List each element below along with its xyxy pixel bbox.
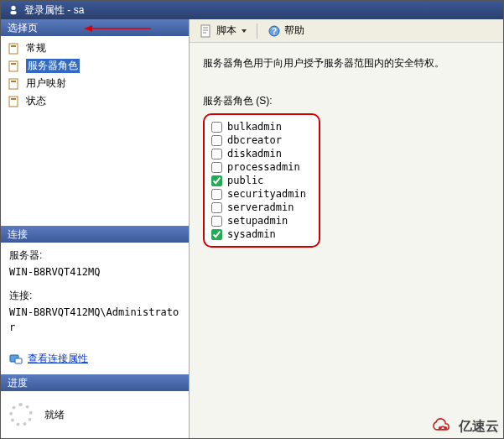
- nav-item-label: 状态: [26, 94, 46, 108]
- window-title: 登录属性 - sa: [24, 3, 84, 18]
- role-checkbox-securityadmin[interactable]: [211, 189, 222, 200]
- ready-label: 就绪: [44, 408, 65, 422]
- nav-list: 常规服务器角色用户映射状态: [1, 36, 189, 113]
- nav-item-label: 常规: [26, 41, 46, 55]
- role-label: securityadmin: [227, 188, 306, 200]
- left-column: 选择页 常规服务器角色用户映射状态 连接 服务器: WIN-B8RVQT412M…: [1, 19, 190, 438]
- svg-rect-13: [15, 358, 22, 363]
- role-row-processadmin[interactable]: processadmin: [211, 160, 312, 174]
- svg-rect-11: [11, 98, 16, 100]
- role-checkbox-diskadmin[interactable]: [211, 149, 222, 159]
- nav-item-3[interactable]: 状态: [4, 92, 185, 110]
- role-checkbox-processadmin[interactable]: [211, 162, 222, 173]
- page-icon: [8, 60, 21, 73]
- role-label: processadmin: [227, 161, 300, 173]
- role-label: diskadmin: [227, 148, 282, 159]
- description-text: 服务器角色用于向用户授予服务器范围内的安全特权。: [203, 56, 490, 71]
- svg-rect-6: [9, 61, 18, 71]
- progress-header: 进度: [1, 374, 189, 391]
- toolbar: 脚本 ? 帮助: [190, 19, 503, 43]
- role-row-serveradmin[interactable]: serveradmin: [211, 201, 312, 214]
- server-label: 服务器:: [9, 248, 180, 263]
- script-button[interactable]: 脚本: [196, 22, 250, 39]
- nav-item-2[interactable]: 用户映射: [4, 75, 185, 92]
- help-label: 帮助: [284, 24, 304, 38]
- svg-rect-5: [11, 45, 16, 47]
- role-checkbox-sysadmin[interactable]: [211, 229, 222, 240]
- view-connection-row[interactable]: 查看连接属性: [1, 348, 189, 374]
- help-icon: ?: [268, 24, 281, 38]
- nav-item-1[interactable]: 服务器角色: [4, 57, 185, 75]
- dialog-body: 选择页 常规服务器角色用户映射状态 连接 服务器: WIN-B8RVQT412M…: [1, 19, 503, 438]
- dialog-window: 登录属性 - sa 选择页 常规服务器角色用户映射状态 连接 服务器: WIN-…: [0, 0, 504, 439]
- role-checkbox-setupadmin[interactable]: [211, 216, 222, 227]
- script-label: 脚本: [216, 24, 236, 38]
- svg-rect-10: [9, 97, 18, 107]
- conn-label: 连接:: [9, 288, 180, 303]
- svg-rect-1: [11, 11, 17, 14]
- connection-block: 服务器: WIN-B8RVQT412MQ 连接: WIN-B8RVQT412MQ…: [1, 243, 189, 348]
- connection-header: 连接: [1, 226, 189, 243]
- connection-icon: [9, 353, 23, 366]
- role-row-securityadmin[interactable]: securityadmin: [211, 187, 312, 201]
- role-checkbox-dbcreator[interactable]: [211, 135, 222, 146]
- role-row-dbcreator[interactable]: dbcreator: [211, 133, 312, 147]
- nav-item-0[interactable]: 常规: [4, 39, 185, 57]
- role-checkbox-serveradmin[interactable]: [211, 202, 222, 213]
- script-icon: [200, 24, 213, 38]
- role-row-sysadmin[interactable]: sysadmin: [211, 227, 312, 241]
- role-row-diskadmin[interactable]: diskadmin: [211, 147, 312, 160]
- chevron-down-icon: [242, 29, 247, 33]
- role-row-bulkadmin[interactable]: bulkadmin: [211, 120, 312, 133]
- page-icon: [8, 42, 21, 55]
- view-connection-link[interactable]: 查看连接属性: [28, 352, 88, 366]
- role-checkbox-public[interactable]: [211, 175, 222, 186]
- role-label: serveradmin: [227, 201, 294, 213]
- role-checkbox-bulkadmin[interactable]: [211, 122, 222, 133]
- progress-area: 就绪: [1, 391, 189, 438]
- svg-rect-8: [9, 79, 18, 89]
- app-icon: [8, 4, 19, 16]
- server-value: WIN-B8RVQT412MQ: [9, 264, 180, 280]
- svg-rect-9: [11, 81, 16, 82]
- content-pane: 服务器角色用于向用户授予服务器范围内的安全特权。 服务器角色 (S): bulk…: [190, 43, 503, 438]
- page-icon: [8, 95, 21, 108]
- page-icon: [8, 77, 21, 91]
- role-label: bulkadmin: [227, 121, 282, 133]
- select-page-header: 选择页: [1, 19, 189, 36]
- svg-rect-7: [11, 63, 16, 65]
- nav-item-label: 服务器角色: [26, 59, 80, 73]
- svg-point-0: [11, 6, 15, 10]
- svg-rect-14: [201, 25, 210, 37]
- role-label: sysadmin: [227, 228, 276, 240]
- nav-item-label: 用户映射: [26, 76, 66, 91]
- titlebar: 登录属性 - sa: [1, 1, 503, 19]
- toolbar-separator: [257, 24, 257, 39]
- svg-text:?: ?: [272, 27, 277, 36]
- role-row-public[interactable]: public: [211, 174, 312, 187]
- svg-rect-4: [9, 44, 18, 54]
- conn-value: WIN-B8RVQT412MQ\Administrator: [9, 305, 180, 335]
- spinner-icon: [9, 403, 33, 426]
- roles-listbox: bulkadmindbcreatordiskadminprocessadminp…: [203, 113, 320, 248]
- role-row-setupadmin[interactable]: setupadmin: [211, 214, 312, 227]
- role-label: setupadmin: [227, 215, 288, 227]
- roles-label: 服务器角色 (S):: [203, 94, 490, 108]
- role-label: public: [227, 175, 263, 186]
- help-button[interactable]: ? 帮助: [264, 22, 308, 39]
- right-column: 脚本 ? 帮助 服务器角色用于向用户授予服务器范围内的安全特权。 服务器角色 (…: [190, 19, 503, 438]
- role-label: dbcreator: [227, 134, 282, 146]
